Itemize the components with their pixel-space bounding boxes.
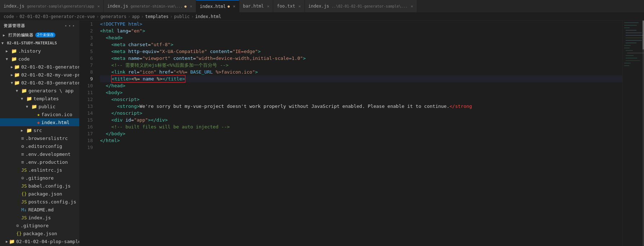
- tab-index-html[interactable]: index.html ● ✕: [196, 0, 239, 13]
- tree-item-index-html[interactable]: ◈ index.html: [0, 118, 79, 126]
- tree-label: 02-01-02-01-generator-sa...: [21, 64, 79, 70]
- selected-code-box: <title><%= name %></title>: [111, 75, 185, 83]
- code-line-11: <body>: [100, 89, 622, 96]
- tab-close-icon[interactable]: ✕: [190, 4, 192, 9]
- tree-item-eslintrc[interactable]: JS .eslintrc.js: [0, 166, 79, 174]
- tab-bar-html[interactable]: bar.html ✕: [239, 0, 273, 13]
- tree-item-editorconfig[interactable]: ⚙ .editorconfig: [0, 142, 79, 150]
- tab-label: index.js: [4, 4, 24, 9]
- tree-label: .eslintrc.js: [28, 167, 62, 173]
- code-line-4: <meta charset="utf-8">: [100, 41, 622, 48]
- tab-foo-txt[interactable]: foo.txt ✕: [273, 0, 305, 13]
- tree-item-generator-zce[interactable]: ▼ 📁 02-01-02-03-generator-zc...: [0, 79, 79, 87]
- star-icon: ★: [37, 112, 40, 117]
- code-line-8: <link rel="icon" href="<%%= BASE_URL %>f…: [100, 69, 622, 75]
- breadcrumb-part[interactable]: public: [174, 14, 190, 19]
- breadcrumb-part[interactable]: app: [132, 14, 140, 19]
- tree-label: src: [33, 128, 42, 133]
- tree-item-gitignore2[interactable]: ⊙ .gitignore: [0, 221, 79, 229]
- tab-close-icon[interactable]: ✕: [411, 4, 413, 9]
- tree-item-package-json[interactable]: {} package.json: [0, 190, 79, 198]
- code-area[interactable]: 1 2 3 4 5 6 7 8 9 10 11 12 13 14 15 16 1…: [79, 21, 644, 246]
- code-line-17: </body>: [100, 130, 622, 137]
- tab-index-js-3[interactable]: index.js ..\02-01-02-01-generator-sample…: [305, 0, 417, 13]
- tab-close-icon[interactable]: ✕: [233, 4, 235, 9]
- tree-label: generators \ app: [28, 88, 73, 93]
- breadcrumb-part[interactable]: index.html: [195, 14, 221, 19]
- tree-item-env-prod[interactable]: ≡ .env.production: [0, 158, 79, 166]
- tree-item-postcss[interactable]: JS postcss.config.js: [0, 198, 79, 206]
- tree-item-gitignore[interactable]: ⊙ .gitignore: [0, 174, 79, 182]
- tree-item-browserslistrc[interactable]: ≡ .browserslistrc: [0, 134, 79, 142]
- tree-label: .gitignore: [21, 223, 49, 228]
- tab-label: foo.txt: [277, 4, 295, 9]
- svg-rect-8: [626, 43, 636, 43]
- folder-icon: 📁: [31, 104, 37, 109]
- tree-item-generators-app[interactable]: ▼ 📁 generators \ app: [0, 87, 79, 95]
- sidebar-section-folder[interactable]: ▼ 02-01-STUDY-MATERIALS: [0, 39, 79, 47]
- sidebar-section-open-editors[interactable]: ▶ 打开的编辑器 2个未保存: [0, 31, 79, 39]
- tree-item-history[interactable]: ▶ 📁 .history: [0, 47, 79, 55]
- tree-label: index.html: [41, 120, 69, 125]
- tree-item-public[interactable]: ▼ 📁 public: [0, 102, 79, 110]
- svg-rect-3: [626, 30, 636, 31]
- tab-index-js-1[interactable]: index.js generator-sample\generators\app…: [0, 0, 104, 13]
- tree-item-index-js[interactable]: JS index.js: [0, 214, 79, 221]
- code-line-19: [100, 144, 622, 151]
- js-file-icon: JS: [21, 215, 27, 220]
- tree-label: .env.development: [26, 151, 71, 157]
- code-line-2: <html lang="en">: [100, 27, 622, 34]
- minimap: [622, 21, 644, 246]
- git-file-icon: ⊙: [21, 175, 24, 181]
- tree-item-src[interactable]: ▶ 📁 src: [0, 126, 79, 134]
- tree-label: code: [18, 56, 30, 62]
- breadcrumb-part[interactable]: templates: [145, 14, 168, 19]
- explorer-title: 资源管理器: [4, 23, 25, 28]
- line-numbers: 1 2 3 4 5 6 7 8 9 10 11 12 13 14 15 16 1…: [79, 21, 97, 246]
- tree-item-generator-01[interactable]: ▶ 📁 02-01-02-01-generator-sa...: [0, 63, 79, 71]
- tab-close-icon[interactable]: ✕: [97, 4, 100, 9]
- tree-item-templates[interactable]: ▼ 📁 templates: [0, 95, 79, 102]
- tree-label: babel.config.js: [28, 183, 71, 189]
- editor[interactable]: 1 2 3 4 5 6 7 8 9 10 11 12 13 14 15 16 1…: [79, 21, 644, 246]
- code-line-18: </html>: [100, 137, 622, 144]
- tree-item-package-json2[interactable]: {} package.json: [0, 229, 79, 237]
- code-content[interactable]: <!DOCTYPE html> <html lang="en"> <head> …: [97, 21, 622, 246]
- explorer-header[interactable]: 资源管理器 ···: [0, 21, 79, 31]
- breadcrumb-part[interactable]: code: [4, 14, 14, 19]
- code-line-3: <head>: [100, 34, 622, 41]
- breadcrumb-sep: ›: [128, 14, 130, 19]
- git-file-icon: ⊙: [16, 223, 19, 228]
- tab-label: bar.html: [243, 4, 264, 9]
- tree-item-plop-sample[interactable]: ▶ 📁 02-01-02-04-plop-sample: [0, 237, 79, 245]
- code-line-14: </noscript>: [100, 110, 622, 117]
- tree-item-my-vue[interactable]: ▶ 📁 02-01-02-02-my-vue-proj...: [0, 71, 79, 79]
- breadcrumb-part[interactable]: 02-01-02-03-generator-zce-vue: [19, 14, 95, 19]
- tree-item-code[interactable]: ▼ 📁 code: [0, 55, 79, 63]
- tree-label: postcss.config.js: [28, 199, 76, 205]
- tree-item-babel[interactable]: JS babel.config.js: [0, 182, 79, 190]
- folder-icon: 📁: [9, 239, 15, 244]
- tree-label: .env.production: [26, 159, 68, 165]
- tree-item-favicon[interactable]: ★ favicon.ico: [0, 110, 79, 118]
- folder-icon: 📁: [11, 56, 17, 62]
- tree-item-env-dev[interactable]: ≡ .env.development: [0, 150, 79, 158]
- env-file-icon: ≡: [21, 159, 24, 165]
- tab-index-js-2[interactable]: index.js generator-shimin-vue\... ● ✕: [104, 0, 196, 13]
- explorer-dots-icon[interactable]: ···: [64, 22, 76, 29]
- tree-label: 02-01-02-03-generator-zc...: [21, 80, 79, 85]
- tab-close-icon[interactable]: ✕: [298, 4, 301, 9]
- tab-label: index.js: [107, 4, 128, 9]
- tree-label: public: [39, 104, 55, 109]
- tree-label: .editorconfig: [26, 144, 62, 149]
- breadcrumb-sep: ›: [170, 14, 172, 19]
- breadcrumb-part[interactable]: generators: [100, 14, 126, 19]
- tree-label: .gitignore: [26, 175, 54, 181]
- tab-bar: index.js generator-sample\generators\app…: [0, 0, 644, 13]
- tree-item-readme[interactable]: M↓ README.md: [0, 206, 79, 214]
- js-file-icon: JS: [21, 183, 27, 189]
- tab-close-icon[interactable]: ✕: [267, 4, 270, 9]
- tree-label: README.md: [28, 207, 54, 212]
- code-line-12: <noscript>: [100, 96, 622, 103]
- chevron-down-icon: ▼: [16, 89, 20, 93]
